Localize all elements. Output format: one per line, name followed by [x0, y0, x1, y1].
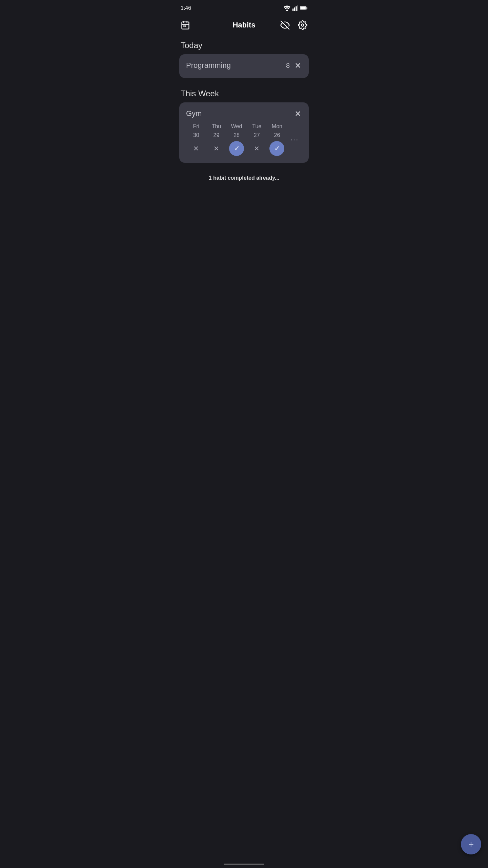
- svg-rect-3: [296, 6, 297, 11]
- app-bar: Habits: [174, 15, 314, 35]
- svg-rect-6: [307, 7, 307, 9]
- gym-week-row: Fri 30 ✕ Thu 29 ✕ Wed 28 ✓ Tue 27: [186, 123, 302, 156]
- fri-num: 30: [193, 132, 199, 138]
- mon-name: Mon: [272, 123, 282, 130]
- tue-num: 27: [254, 132, 260, 138]
- signal-icon: [292, 5, 298, 11]
- gym-card: Gym Fri 30 ✕ Thu 29 ✕ Wed 28: [179, 102, 309, 163]
- status-time: 1:46: [181, 5, 191, 11]
- wed-status[interactable]: ✓: [229, 141, 244, 156]
- more-dots: ···: [290, 135, 299, 144]
- wed-name: Wed: [231, 123, 242, 130]
- svg-rect-8: [182, 22, 189, 29]
- svg-rect-13: [185, 25, 186, 27]
- settings-button[interactable]: [297, 19, 309, 31]
- mon-check: ✓: [274, 144, 280, 153]
- status-bar: 1:46: [174, 0, 314, 15]
- fri-cross: ✕: [193, 144, 199, 153]
- more-days-button[interactable]: ···: [287, 135, 302, 144]
- close-icon: [294, 61, 302, 70]
- wifi-icon: [284, 5, 290, 11]
- programming-title: Programming: [186, 61, 231, 70]
- fri-name: Fri: [193, 123, 199, 130]
- app-bar-left: [179, 19, 191, 31]
- gym-card-header: Gym: [186, 109, 302, 118]
- thu-name: Thu: [212, 123, 221, 130]
- battery-icon: [300, 6, 307, 11]
- gym-title: Gym: [186, 109, 202, 118]
- tue-name: Tue: [252, 123, 261, 130]
- svg-rect-12: [183, 25, 185, 27]
- app-title: Habits: [232, 21, 255, 29]
- gym-close-button[interactable]: [294, 110, 302, 118]
- status-icons: [284, 5, 307, 11]
- day-thu: Thu 29 ✕: [206, 123, 227, 156]
- day-mon: Mon 26 ✓: [267, 123, 287, 156]
- svg-rect-4: [297, 5, 298, 11]
- settings-icon: [298, 20, 307, 30]
- calendar-button[interactable]: [179, 19, 191, 31]
- wed-check: ✓: [234, 144, 240, 153]
- hide-button[interactable]: [279, 19, 291, 31]
- day-tue: Tue 27 ✕: [247, 123, 267, 156]
- programming-card-header: Programming 8: [186, 61, 302, 70]
- tue-cross: ✕: [254, 144, 260, 153]
- footer-text: 1 habit completed already...: [174, 168, 314, 188]
- svg-rect-7: [300, 7, 306, 9]
- fri-status[interactable]: ✕: [189, 141, 204, 156]
- day-wed: Wed 28 ✓: [226, 123, 247, 156]
- mon-num: 26: [274, 132, 280, 138]
- svg-rect-2: [294, 7, 295, 11]
- wed-num: 28: [233, 132, 240, 138]
- gym-close-icon: [294, 110, 302, 118]
- svg-point-15: [302, 24, 304, 26]
- thu-cross: ✕: [214, 144, 219, 153]
- svg-rect-1: [292, 8, 293, 11]
- programming-actions: 8: [286, 61, 302, 70]
- day-fri: Fri 30 ✕: [186, 123, 206, 156]
- thu-num: 29: [214, 132, 220, 138]
- programming-count: 8: [286, 62, 290, 70]
- programming-card: Programming 8: [179, 54, 309, 78]
- thu-status[interactable]: ✕: [209, 141, 224, 156]
- mon-status[interactable]: ✓: [269, 141, 284, 156]
- hide-icon: [280, 20, 290, 30]
- programming-close-button[interactable]: [294, 61, 302, 70]
- today-label: Today: [174, 35, 314, 54]
- calendar-icon: [181, 20, 190, 30]
- tue-status[interactable]: ✕: [249, 141, 264, 156]
- app-bar-right: [279, 19, 309, 31]
- this-week-label: This Week: [174, 83, 314, 102]
- svg-point-0: [286, 9, 288, 11]
